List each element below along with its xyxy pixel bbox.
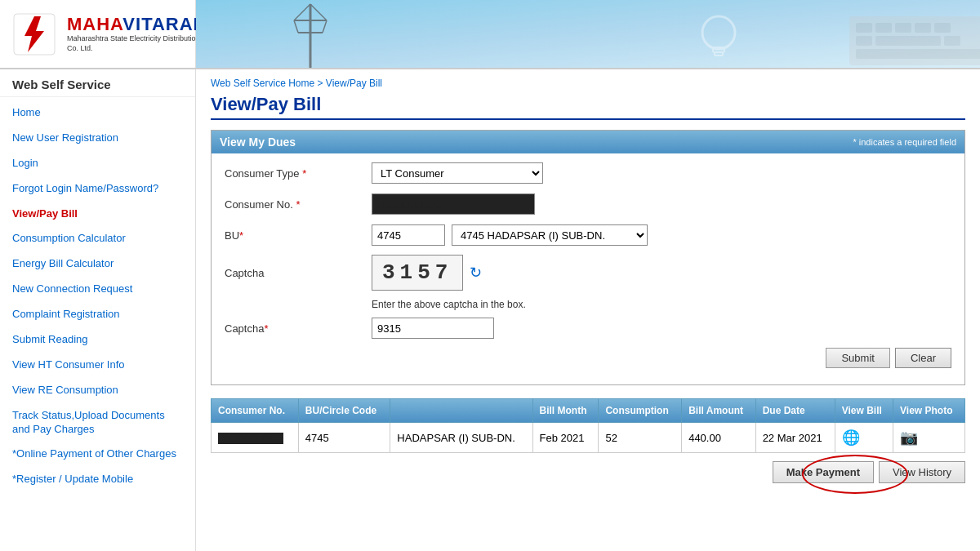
captcha-input-label: Captcha* xyxy=(225,322,372,335)
logo-text: MAHAVITARAN Maharashtra State Electricit… xyxy=(67,15,207,54)
sidebar-item-submit-reading[interactable]: Submit Reading xyxy=(0,327,195,353)
cell-bill-month: Feb 2021 xyxy=(532,423,599,453)
bu-row: BU* 4745 4745 HADAPSAR (I) SUB-DN. 4746 … xyxy=(225,224,951,247)
sidebar-link-energy-bill-calculator[interactable]: Energy Bill Calculator xyxy=(0,251,195,277)
sidebar-item-view-re-consumption[interactable]: View RE Consumption xyxy=(0,378,195,403)
banner-decoration xyxy=(196,0,980,68)
sidebar-link-login[interactable]: Login xyxy=(0,151,195,176)
sidebar-item-view-ht-consumer[interactable]: View HT Consumer Info xyxy=(0,353,195,378)
submit-button[interactable]: Submit xyxy=(826,348,889,368)
form-section-title: View My Dues xyxy=(220,136,296,149)
col-bill-month: Bill Month xyxy=(532,399,599,423)
header-banner xyxy=(196,0,980,68)
action-row: Make Payment View History xyxy=(211,461,965,483)
sidebar-item-track-status[interactable]: Track Status,Upload Documents and Pay Ch… xyxy=(0,403,195,442)
sidebar-link-consumption-calculator[interactable]: Consumption Calculator xyxy=(0,226,195,251)
sidebar-item-view-pay-bill[interactable]: View/Pay Bill xyxy=(0,202,195,227)
svg-rect-21 xyxy=(944,36,960,46)
sidebar-link-view-pay-bill[interactable]: View/Pay Bill xyxy=(0,202,195,227)
bu-name-select[interactable]: 4745 HADAPSAR (I) SUB-DN. 4746 HADAPSAR … xyxy=(452,224,648,246)
sidebar-item-home[interactable]: Home xyxy=(0,100,195,126)
col-consumer-no: Consumer No. xyxy=(212,399,299,423)
results-table-header: Consumer No. BU/Circle Code Bill Month C… xyxy=(212,399,965,423)
sidebar-item-complaint-registration[interactable]: Complaint Registration xyxy=(0,302,195,327)
svg-rect-15 xyxy=(875,23,892,33)
sidebar-link-new-connection-request[interactable]: New Connection Request xyxy=(0,277,195,302)
sidebar-nav: Home New User Registration Login Forgot … xyxy=(0,97,195,495)
sidebar-item-new-connection-request[interactable]: New Connection Request xyxy=(0,277,195,302)
sidebar-link-track-status[interactable]: Track Status,Upload Documents and Pay Ch… xyxy=(0,403,195,442)
clear-button[interactable]: Clear xyxy=(895,348,951,368)
sidebar-link-view-ht-consumer[interactable]: View HT Consumer Info xyxy=(0,353,195,378)
form-section: View My Dues * indicates a required fiel… xyxy=(211,130,965,385)
consumer-type-select[interactable]: LT Consumer HT Consumer xyxy=(372,162,543,184)
results-table-body: ■■■■■■■■ 4745 HADAPSAR (I) SUB-DN. Feb 2… xyxy=(212,423,965,453)
brand-subtitle: Maharashtra State Electricity Distributi… xyxy=(67,34,207,53)
col-bill-amount: Bill Amount xyxy=(682,399,755,423)
sidebar-link-submit-reading[interactable]: Submit Reading xyxy=(0,327,195,353)
col-due-date: Due Date xyxy=(755,399,835,423)
captcha-hint: Enter the above captcha in the box. xyxy=(372,299,951,310)
sidebar: Web Self Service Home New User Registrat… xyxy=(0,69,196,551)
sidebar-title: Web Self Service xyxy=(0,69,195,97)
sidebar-link-view-re-consumption[interactable]: View RE Consumption xyxy=(0,378,195,403)
logo-area: MAHAVITARAN Maharashtra State Electricit… xyxy=(0,0,196,68)
col-bu-name xyxy=(390,399,532,423)
form-buttons-row: Submit Clear xyxy=(225,348,951,368)
cell-due-date: 22 Mar 2021 xyxy=(755,423,835,453)
col-bu-circle-code: BU/Circle Code xyxy=(298,399,390,423)
sidebar-item-register-update-mobile[interactable]: *Register / Update Mobile xyxy=(0,467,195,492)
breadcrumb: Web Self Service Home > View/Pay Bill xyxy=(211,78,965,89)
sidebar-item-new-user-registration[interactable]: New User Registration xyxy=(0,126,195,151)
brand-vitaran: VITARAN xyxy=(122,14,207,34)
form-section-header: View My Dues * indicates a required fiel… xyxy=(212,131,964,153)
consumer-type-label: Consumer Type * xyxy=(225,167,372,180)
captcha-input[interactable]: 9315 xyxy=(372,318,494,339)
sidebar-link-online-payment-other[interactable]: *Online Payment of Other Charges xyxy=(0,442,195,467)
bu-label: BU* xyxy=(225,229,372,242)
main-wrapper: Web Self Service Home New User Registrat… xyxy=(0,69,980,551)
consumer-no-input[interactable] xyxy=(372,193,535,215)
cell-consumer-no: ■■■■■■■■ xyxy=(212,423,299,453)
view-photo-icon[interactable]: 📷 xyxy=(900,429,918,446)
sidebar-item-login[interactable]: Login xyxy=(0,151,195,176)
captcha-display-label: Captcha xyxy=(225,267,372,279)
captcha-display-row: Captcha 3157 ↻ xyxy=(225,255,951,291)
svg-rect-17 xyxy=(915,23,931,33)
sidebar-link-home[interactable]: Home xyxy=(0,100,195,126)
view-history-button[interactable]: View History xyxy=(879,461,965,483)
refresh-captcha-icon[interactable]: ↻ xyxy=(470,264,482,282)
header: MAHAVITARAN Maharashtra State Electricit… xyxy=(0,0,980,69)
svg-rect-19 xyxy=(856,36,872,46)
consumer-type-row: Consumer Type * LT Consumer HT Consumer xyxy=(225,162,951,184)
breadcrumb-separator: > xyxy=(318,78,326,89)
sidebar-link-new-user-registration[interactable]: New User Registration xyxy=(0,126,195,151)
captcha-display-area: 3157 ↻ xyxy=(372,255,482,291)
cell-bu-code: 4745 xyxy=(298,423,390,453)
cell-bill-amount: 440.00 xyxy=(682,423,755,453)
consumer-no-label: Consumer No. * xyxy=(225,198,372,211)
sidebar-link-complaint-registration[interactable]: Complaint Registration xyxy=(0,302,195,327)
bu-code-input[interactable]: 4745 xyxy=(372,224,445,246)
captcha-input-row: Captcha* 9315 xyxy=(225,317,951,340)
sidebar-item-consumption-calculator[interactable]: Consumption Calculator xyxy=(0,226,195,251)
table-row: ■■■■■■■■ 4745 HADAPSAR (I) SUB-DN. Feb 2… xyxy=(212,423,965,453)
consumer-no-redacted: ■■■■■■■■ xyxy=(218,433,283,444)
col-consumption: Consumption xyxy=(599,399,682,423)
form-body: Consumer Type * LT Consumer HT Consumer … xyxy=(212,153,964,384)
svg-rect-16 xyxy=(895,23,911,33)
col-view-photo: View Photo xyxy=(893,399,965,423)
cell-bu-name: HADAPSAR (I) SUB-DN. xyxy=(390,423,532,453)
view-bill-icon[interactable]: 🌐 xyxy=(842,429,860,446)
sidebar-item-forgot-login[interactable]: Forgot Login Name/Password? xyxy=(0,176,195,202)
sidebar-link-forgot-login[interactable]: Forgot Login Name/Password? xyxy=(0,176,195,202)
make-payment-button[interactable]: Make Payment xyxy=(773,461,874,483)
sidebar-link-register-update-mobile[interactable]: *Register / Update Mobile xyxy=(0,467,195,492)
cell-view-bill: 🌐 xyxy=(835,423,893,453)
sidebar-item-energy-bill-calculator[interactable]: Energy Bill Calculator xyxy=(0,251,195,277)
results-table: Consumer No. BU/Circle Code Bill Month C… xyxy=(211,398,965,453)
breadcrumb-home-link[interactable]: Web Self Service Home xyxy=(211,78,314,89)
sidebar-item-online-payment-other[interactable]: *Online Payment of Other Charges xyxy=(0,442,195,467)
cell-view-photo: 📷 xyxy=(893,423,965,453)
bu-inputs: 4745 4745 HADAPSAR (I) SUB-DN. 4746 HADA… xyxy=(372,224,648,246)
